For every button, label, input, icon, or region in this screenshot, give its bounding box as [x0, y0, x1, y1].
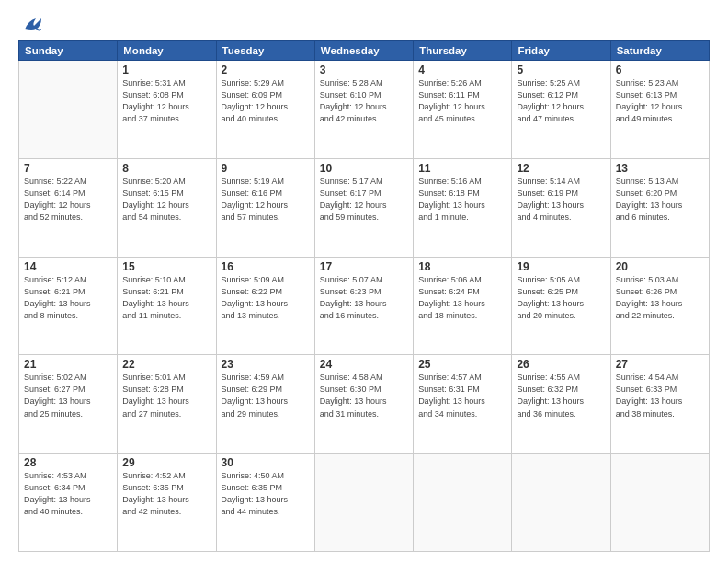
- day-number: 23: [222, 358, 310, 371]
- day-number: 24: [320, 358, 408, 371]
- day-info: Sunrise: 5:23 AMSunset: 6:13 PMDaylight:…: [616, 77, 704, 125]
- day-cell: 5Sunrise: 5:25 AMSunset: 6:12 PMDaylight…: [512, 61, 610, 159]
- day-number: 20: [616, 260, 704, 273]
- day-info: Sunrise: 4:55 AMSunset: 6:32 PMDaylight:…: [517, 372, 605, 419]
- day-number: 27: [616, 358, 704, 371]
- day-number: 30: [222, 456, 310, 469]
- day-info: Sunrise: 5:31 AMSunset: 6:08 PMDaylight:…: [122, 77, 210, 125]
- day-cell: 30Sunrise: 4:50 AMSunset: 6:35 PMDayligh…: [216, 454, 314, 552]
- day-info: Sunrise: 5:26 AMSunset: 6:11 PMDaylight:…: [418, 77, 506, 125]
- weekday-header-row: SundayMondayTuesdayWednesdayThursdayFrid…: [19, 41, 710, 61]
- day-number: 13: [616, 162, 704, 175]
- day-number: 5: [517, 63, 605, 76]
- day-cell: 24Sunrise: 4:58 AMSunset: 6:30 PMDayligh…: [314, 355, 413, 454]
- day-number: 4: [418, 63, 506, 76]
- day-info: Sunrise: 4:53 AMSunset: 6:34 PMDaylight:…: [24, 470, 112, 518]
- weekday-header-wednesday: Wednesday: [314, 41, 413, 61]
- day-info: Sunrise: 4:54 AMSunset: 6:33 PMDaylight:…: [616, 372, 704, 419]
- day-cell: 4Sunrise: 5:26 AMSunset: 6:11 PMDaylight…: [414, 61, 512, 159]
- day-info: Sunrise: 5:05 AMSunset: 6:25 PMDaylight:…: [517, 274, 605, 322]
- weekday-header-friday: Friday: [512, 41, 610, 61]
- day-cell: 13Sunrise: 5:13 AMSunset: 6:20 PMDayligh…: [610, 158, 709, 257]
- day-info: Sunrise: 5:25 AMSunset: 6:12 PMDaylight:…: [517, 77, 605, 125]
- day-cell: 29Sunrise: 4:52 AMSunset: 6:35 PMDayligh…: [118, 454, 216, 552]
- logo-bird-icon: [23, 17, 43, 33]
- day-cell: 25Sunrise: 4:57 AMSunset: 6:31 PMDayligh…: [414, 355, 512, 454]
- day-number: 22: [122, 358, 210, 371]
- day-cell: 1Sunrise: 5:31 AMSunset: 6:08 PMDaylight…: [118, 61, 216, 159]
- day-cell: 22Sunrise: 5:01 AMSunset: 6:28 PMDayligh…: [118, 355, 216, 454]
- day-cell: [314, 454, 413, 552]
- weekday-header-monday: Monday: [118, 41, 216, 61]
- day-info: Sunrise: 5:14 AMSunset: 6:19 PMDaylight:…: [517, 176, 605, 224]
- day-cell: 16Sunrise: 5:09 AMSunset: 6:22 PMDayligh…: [216, 257, 314, 355]
- week-row-0: 1Sunrise: 5:31 AMSunset: 6:08 PMDaylight…: [19, 61, 710, 159]
- day-info: Sunrise: 5:01 AMSunset: 6:28 PMDaylight:…: [122, 372, 210, 419]
- weekday-header-tuesday: Tuesday: [216, 41, 314, 61]
- day-number: 3: [320, 63, 408, 76]
- day-number: 7: [24, 162, 112, 175]
- day-info: Sunrise: 5:29 AMSunset: 6:09 PMDaylight:…: [222, 77, 310, 125]
- day-number: 29: [122, 456, 210, 469]
- day-number: 21: [24, 358, 112, 371]
- day-number: 16: [222, 260, 310, 273]
- day-cell: 21Sunrise: 5:02 AMSunset: 6:27 PMDayligh…: [19, 355, 118, 454]
- week-row-3: 21Sunrise: 5:02 AMSunset: 6:27 PMDayligh…: [19, 355, 710, 454]
- day-number: 11: [418, 162, 506, 175]
- day-cell: 9Sunrise: 5:19 AMSunset: 6:16 PMDaylight…: [216, 158, 314, 257]
- day-cell: 8Sunrise: 5:20 AMSunset: 6:15 PMDaylight…: [118, 158, 216, 257]
- day-number: 9: [222, 162, 310, 175]
- day-number: 15: [122, 260, 210, 273]
- day-number: 12: [517, 162, 605, 175]
- day-cell: 14Sunrise: 5:12 AMSunset: 6:21 PMDayligh…: [19, 257, 118, 355]
- week-row-1: 7Sunrise: 5:22 AMSunset: 6:14 PMDaylight…: [19, 158, 710, 257]
- day-info: Sunrise: 5:16 AMSunset: 6:18 PMDaylight:…: [418, 176, 506, 224]
- day-cell: [414, 454, 512, 552]
- logo: [18, 17, 43, 33]
- day-number: 18: [418, 260, 506, 273]
- day-number: 17: [320, 260, 408, 273]
- calendar-table: SundayMondayTuesdayWednesdayThursdayFrid…: [18, 40, 710, 552]
- day-cell: 20Sunrise: 5:03 AMSunset: 6:26 PMDayligh…: [610, 257, 709, 355]
- day-info: Sunrise: 4:57 AMSunset: 6:31 PMDaylight:…: [418, 372, 506, 419]
- day-info: Sunrise: 5:12 AMSunset: 6:21 PMDaylight:…: [24, 274, 112, 322]
- day-number: 26: [517, 358, 605, 371]
- day-number: 1: [122, 63, 210, 76]
- day-cell: 19Sunrise: 5:05 AMSunset: 6:25 PMDayligh…: [512, 257, 610, 355]
- week-row-4: 28Sunrise: 4:53 AMSunset: 6:34 PMDayligh…: [19, 454, 710, 552]
- day-number: 14: [24, 260, 112, 273]
- weekday-header-thursday: Thursday: [414, 41, 512, 61]
- day-cell: 23Sunrise: 4:59 AMSunset: 6:29 PMDayligh…: [216, 355, 314, 454]
- day-cell: 3Sunrise: 5:28 AMSunset: 6:10 PMDaylight…: [314, 61, 413, 159]
- day-cell: [512, 454, 610, 552]
- day-cell: 18Sunrise: 5:06 AMSunset: 6:24 PMDayligh…: [414, 257, 512, 355]
- page: SundayMondayTuesdayWednesdayThursdayFrid…: [0, 0, 728, 563]
- day-info: Sunrise: 5:03 AMSunset: 6:26 PMDaylight:…: [616, 274, 704, 322]
- day-number: 2: [222, 63, 310, 76]
- day-info: Sunrise: 5:20 AMSunset: 6:15 PMDaylight:…: [122, 176, 210, 224]
- day-info: Sunrise: 5:10 AMSunset: 6:21 PMDaylight:…: [122, 274, 210, 322]
- day-number: 28: [24, 456, 112, 469]
- header: [18, 17, 710, 33]
- day-cell: 27Sunrise: 4:54 AMSunset: 6:33 PMDayligh…: [610, 355, 709, 454]
- day-info: Sunrise: 5:13 AMSunset: 6:20 PMDaylight:…: [616, 176, 704, 224]
- day-cell: 15Sunrise: 5:10 AMSunset: 6:21 PMDayligh…: [118, 257, 216, 355]
- day-cell: 11Sunrise: 5:16 AMSunset: 6:18 PMDayligh…: [414, 158, 512, 257]
- day-cell: [610, 454, 709, 552]
- day-number: 19: [517, 260, 605, 273]
- weekday-header-sunday: Sunday: [19, 41, 118, 61]
- day-cell: 17Sunrise: 5:07 AMSunset: 6:23 PMDayligh…: [314, 257, 413, 355]
- day-info: Sunrise: 5:28 AMSunset: 6:10 PMDaylight:…: [320, 77, 408, 125]
- day-cell: 6Sunrise: 5:23 AMSunset: 6:13 PMDaylight…: [610, 61, 709, 159]
- logo-text: [18, 17, 43, 33]
- day-info: Sunrise: 5:07 AMSunset: 6:23 PMDaylight:…: [320, 274, 408, 322]
- day-info: Sunrise: 4:52 AMSunset: 6:35 PMDaylight:…: [122, 470, 210, 518]
- day-cell: 10Sunrise: 5:17 AMSunset: 6:17 PMDayligh…: [314, 158, 413, 257]
- day-number: 10: [320, 162, 408, 175]
- day-info: Sunrise: 5:06 AMSunset: 6:24 PMDaylight:…: [418, 274, 506, 322]
- weekday-header-saturday: Saturday: [610, 41, 709, 61]
- week-row-2: 14Sunrise: 5:12 AMSunset: 6:21 PMDayligh…: [19, 257, 710, 355]
- day-cell: [19, 61, 118, 159]
- day-cell: 26Sunrise: 4:55 AMSunset: 6:32 PMDayligh…: [512, 355, 610, 454]
- day-cell: 12Sunrise: 5:14 AMSunset: 6:19 PMDayligh…: [512, 158, 610, 257]
